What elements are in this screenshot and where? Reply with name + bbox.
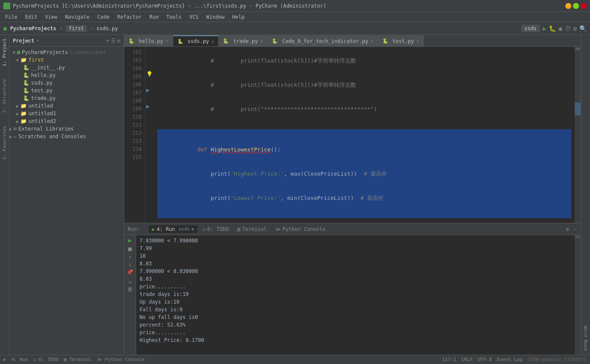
tab-trade[interactable]: 🐍 trade.py ✕ xyxy=(219,35,268,46)
tab-close-ssds[interactable]: ✕ xyxy=(211,39,214,44)
tab-close-hello[interactable]: ✕ xyxy=(166,39,168,43)
sidebar-header: Project ▾ + ☰ ⚙ xyxy=(9,35,124,47)
menu-tools[interactable]: Tools xyxy=(163,13,185,21)
tree-item-pycharmprojects[interactable]: ▼ ■ PycharmProjects C:\Users\Admi xyxy=(9,48,124,56)
maximize-button[interactable] xyxy=(573,3,579,9)
sidebar-settings-icon[interactable]: ⚙ xyxy=(117,38,120,44)
sidebar-add-icon[interactable]: + xyxy=(106,38,109,44)
code-line-106 xyxy=(157,129,571,137)
console-line-12: percent: 52.63% xyxy=(140,321,571,329)
sidebar-dropdown-icon[interactable]: ▾ xyxy=(37,38,40,43)
tab-run[interactable]: ▶ 4: Run ssds ✕ xyxy=(148,225,197,233)
tree-item-first[interactable]: ▼ 📁 first xyxy=(9,56,124,64)
tree-item-init[interactable]: 🐍 __init__.py xyxy=(9,64,124,71)
menu-run[interactable]: Run xyxy=(146,13,162,21)
scroll-up-icon[interactable]: ↑ xyxy=(128,254,131,260)
console-line-13: price.......... xyxy=(140,329,571,336)
window-controls xyxy=(565,3,587,9)
left-tab-favorites[interactable]: 2: Favorites xyxy=(2,126,7,159)
console-line-2: 7.99 xyxy=(140,245,571,252)
soft-wrap-icon[interactable]: ↵ xyxy=(128,279,131,284)
run-icon[interactable]: ▶ xyxy=(543,25,546,32)
tab-terminal[interactable]: ▤ Terminal xyxy=(234,225,270,233)
status-bar: ▶ 4: Run ☑ 6: TODO ▤ Terminal ≫ Python C… xyxy=(0,355,590,364)
left-tab-project[interactable]: 1: Project xyxy=(2,38,7,66)
run-label-area: Run: xyxy=(128,226,140,232)
menu-bar: File Edit View Navigate Code Refactor Ru… xyxy=(0,12,590,22)
tab-python-console[interactable]: ≫ Python Console xyxy=(272,225,329,233)
menu-vcs[interactable]: VCS xyxy=(186,13,202,21)
sidebar-header-icons: + ☰ ⚙ xyxy=(106,38,120,44)
event-log[interactable]: Event Log xyxy=(497,357,522,362)
left-tab-structure[interactable]: 2: Structure xyxy=(2,79,7,113)
tab-test[interactable]: 🐍 test.py ✕ xyxy=(378,35,424,46)
console-line-5: 7.990000 < 8.030000 xyxy=(140,267,571,275)
tree-item-trade[interactable]: 🐍 trade.py xyxy=(9,94,124,102)
tab-todo[interactable]: ☑ 6: TODO xyxy=(199,225,232,233)
tab-close-code8[interactable]: ✕ xyxy=(371,39,373,43)
clear-icon[interactable]: 🗑 xyxy=(128,286,133,292)
close-button[interactable] xyxy=(581,3,587,9)
tree-item-untitled[interactable]: ▶ 📁 untitled xyxy=(9,102,124,110)
console-line-4: 8.03 xyxy=(140,260,571,267)
stop-icon[interactable]: ■ xyxy=(128,245,131,252)
console-action-bar: ▶ ■ ↑ ↓ 📌 ↵ 🗑 xyxy=(124,235,136,355)
tree-item-scratches[interactable]: ▶ ✏ Scratches and Consoles xyxy=(9,133,124,140)
todo-status[interactable]: ☑ 6: TODO xyxy=(33,357,59,362)
line-endings: CRLF xyxy=(462,357,473,362)
debug-icon[interactable]: 🐛 xyxy=(549,25,556,32)
watermark: CSDN:@weixin_33595571 xyxy=(527,357,587,362)
profile-icon[interactable]: ⏱ xyxy=(565,25,571,32)
tab-close-trade[interactable]: ✕ xyxy=(260,39,263,43)
editor-scrollbar[interactable] xyxy=(575,47,581,223)
tree-item-external-libs[interactable]: ▶ ⊞ External Libraries xyxy=(9,125,124,133)
tab-close-test[interactable]: ✕ xyxy=(416,39,419,43)
console-scrollbar[interactable] xyxy=(575,235,581,355)
minimize-button[interactable] xyxy=(565,3,571,9)
search-icon[interactable]: 🔍 xyxy=(579,25,587,32)
title-text: PycharmProjects [C:\Users\Administrator\… xyxy=(13,3,565,9)
gutter-arrow-109: ▶ xyxy=(146,103,149,109)
bottom-minimize-icon[interactable]: — xyxy=(574,226,577,232)
menu-navigate[interactable]: Navigate xyxy=(62,13,93,21)
breadcrumb-first[interactable]: first xyxy=(66,25,86,32)
run-label: Run: xyxy=(128,226,140,232)
settings-icon[interactable]: ⚙ xyxy=(573,25,577,32)
code-editor[interactable]: # print(float(stock[5]))#字符串转浮点数 # print… xyxy=(154,47,575,223)
code-line-107: def HighestLowestPrice(): xyxy=(157,137,571,162)
tree-item-test[interactable]: 🐍 test.py xyxy=(9,87,124,94)
scroll-down-icon[interactable]: ↓ xyxy=(128,262,131,267)
tree-item-untitled1[interactable]: ▶ 📁 untitled1 xyxy=(9,110,124,117)
sidebar-title: Project xyxy=(13,38,34,44)
run-status-text: 4: Run xyxy=(11,357,29,362)
menu-refactor[interactable]: Refactor xyxy=(114,13,145,21)
right-tab-wordbook[interactable]: Word Book xyxy=(583,326,588,351)
tab-code8[interactable]: 🐍 Code_8_for_tech_indicator.py ✕ xyxy=(268,35,378,46)
tree-item-untitled2[interactable]: ▶ 📁 untitled2 xyxy=(9,117,124,125)
pin-icon[interactable]: 📌 xyxy=(127,269,133,275)
python-console-icon: ≫ xyxy=(275,226,281,232)
tab-ssds[interactable]: 🐍 ssds.py ✕ xyxy=(173,35,219,46)
sidebar-options-icon[interactable]: ☰ xyxy=(111,38,116,44)
menu-edit[interactable]: Edit xyxy=(22,13,41,21)
rerun-icon[interactable]: ▶ xyxy=(128,237,131,244)
menu-window[interactable]: Window xyxy=(203,13,228,21)
python-console-status[interactable]: ≫ Python Console xyxy=(97,357,144,362)
menu-view[interactable]: View xyxy=(42,13,61,21)
project-name: PycharmProjects xyxy=(10,26,56,31)
coverage-icon[interactable]: ◉ xyxy=(559,25,562,32)
terminal-status[interactable]: ▤ Terminal xyxy=(64,357,92,362)
bottom-settings-icon[interactable]: ⚙ xyxy=(566,226,569,232)
tree-item-hello[interactable]: 🐍 hello.py xyxy=(9,71,124,79)
run-config-label[interactable]: ssds xyxy=(521,25,540,32)
menu-code[interactable]: Code xyxy=(94,13,113,21)
tree-item-ssds[interactable]: 🐍 ssds.py xyxy=(9,79,124,87)
code-line-111 xyxy=(157,218,571,223)
tab-hello[interactable]: 🐍 hello.py ✕ xyxy=(124,35,173,46)
breadcrumb-file[interactable]: ssds.py xyxy=(97,26,118,31)
run-tab-close[interactable]: ✕ xyxy=(191,227,194,231)
console-line-3: 18 xyxy=(140,252,571,260)
console-line-10: Fall days is:9 xyxy=(140,306,571,313)
menu-file[interactable]: File xyxy=(2,13,21,21)
menu-help[interactable]: Help xyxy=(229,13,248,21)
